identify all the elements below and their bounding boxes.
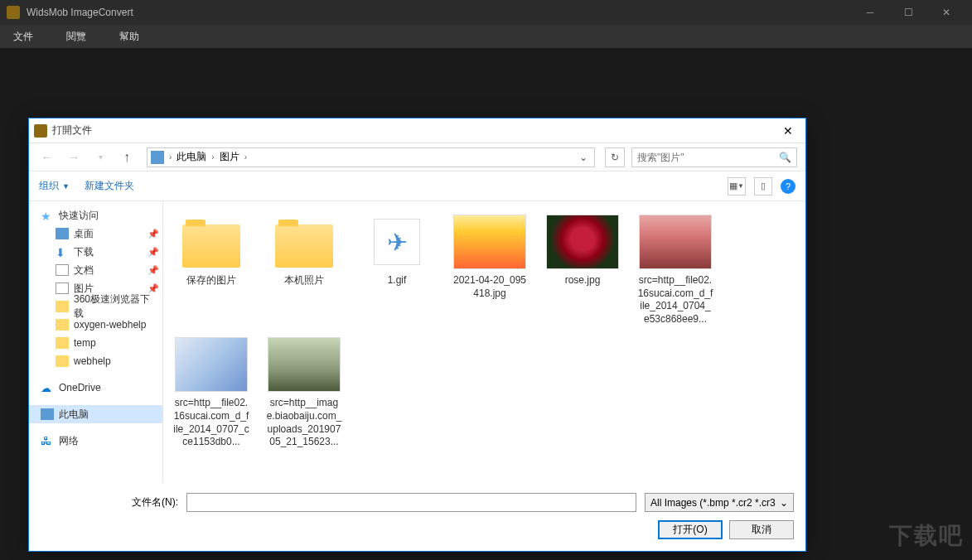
watermark: 下载吧 [889, 520, 964, 552]
filename-input[interactable] [186, 493, 636, 512]
chevron-right-icon: › [211, 152, 214, 162]
app-icon [7, 6, 20, 19]
file-item[interactable]: src=http__file02.16sucai.com_d_file_2014… [634, 211, 717, 329]
dialog-icon [34, 124, 47, 138]
search-box[interactable]: 🔍 [631, 147, 797, 167]
image-thumbnail [546, 215, 619, 269]
help-icon[interactable]: ? [781, 179, 795, 194]
breadcrumb-pictures[interactable]: 图片 [216, 148, 243, 166]
titlebar: WidsMob ImageConvert ─ ☐ ✕ [0, 0, 972, 25]
search-input[interactable] [637, 152, 779, 163]
menu-view[interactable]: 閱覽 [60, 27, 93, 47]
breadcrumb[interactable]: › 此电脑 › 图片 › ⌄ [147, 147, 595, 167]
file-name: rose.jpg [565, 274, 601, 287]
pc-icon [41, 408, 54, 420]
file-name: 1.gif [388, 274, 407, 287]
file-area[interactable]: 保存的图片本机照片✈1.gif2021-04-20_095418.jpgrose… [163, 201, 805, 483]
sidebar-thispc[interactable]: 此电脑 [29, 405, 162, 423]
sidebar-desktop[interactable]: 桌面📌 [29, 224, 162, 243]
dialog-title: 打開文件 [52, 123, 776, 138]
dialog-body: ★快速访问 桌面📌 ⬇下载📌 文档📌 图片📌 360极速浏览器下载 oxygen… [29, 201, 805, 483]
file-item[interactable]: 本机照片 [263, 211, 346, 329]
menu-file[interactable]: 文件 [7, 27, 40, 47]
sidebar-folder-webhelp[interactable]: webhelp [29, 352, 162, 370]
folder-icon [275, 224, 333, 268]
breadcrumb-thispc[interactable]: 此电脑 [173, 148, 210, 166]
menubar: 文件 閱覽 幫助 [0, 25, 972, 48]
nav-forward-button[interactable]: → [64, 147, 84, 167]
document-icon [56, 264, 69, 276]
file-name: 本机照片 [284, 274, 324, 287]
minimize-button[interactable]: ─ [851, 0, 889, 25]
sidebar-onedrive[interactable]: ☁OneDrive [29, 379, 162, 397]
main-content: 下载吧 打開文件 ✕ ← → ▾ ↑ › 此电脑 › 图片 › ⌄ [0, 48, 972, 560]
sidebar-folder-oxygen[interactable]: oxygen-webhelp [29, 316, 162, 334]
sidebar-network[interactable]: 🖧网络 [29, 432, 162, 450]
cancel-button[interactable]: 取消 [729, 520, 794, 539]
window-controls: ─ ☐ ✕ [851, 0, 965, 25]
dialog-toolbar: 组织 ▼ 新建文件夹 ▦ ▼ ▯ ? [29, 171, 805, 201]
folder-icon [182, 224, 240, 268]
open-button[interactable]: 打开(O) [658, 520, 723, 539]
filename-label: 文件名(N): [132, 495, 178, 509]
chevron-right-icon: › [244, 152, 247, 162]
monitor-icon [56, 228, 69, 239]
file-item[interactable]: rose.jpg [541, 211, 624, 329]
filetype-filter[interactable]: All Images (*.bmp *.cr2 *.cr3⌄ [645, 493, 794, 512]
pin-icon: 📌 [147, 265, 159, 276]
sidebar: ★快速访问 桌面📌 ⬇下载📌 文档📌 图片📌 360极速浏览器下载 oxygen… [29, 201, 163, 483]
nav-back-button[interactable]: ← [37, 147, 57, 167]
dialog-close-button[interactable]: ✕ [776, 122, 800, 140]
file-item[interactable]: src=http__image.biaobaiju.com_uploads_20… [263, 334, 346, 451]
main-window: WidsMob ImageConvert ─ ☐ ✕ 文件 閱覽 幫助 下载吧 … [0, 0, 972, 560]
file-name: 2021-04-20_095418.jpg [452, 274, 528, 300]
dialog-navbar: ← → ▾ ↑ › 此电脑 › 图片 › ⌄ ↻ 🔍 [29, 143, 805, 171]
file-name: 保存的图片 [186, 274, 236, 287]
folder-icon [56, 337, 69, 349]
file-item[interactable]: 2021-04-20_095418.jpg [448, 211, 531, 329]
organize-button[interactable]: 组织 ▼ [39, 179, 70, 193]
star-icon: ★ [41, 210, 54, 221]
breadcrumb-dropdown[interactable]: ⌄ [576, 152, 591, 163]
file-item[interactable]: 保存的图片 [170, 211, 253, 329]
network-icon: 🖧 [41, 435, 54, 447]
image-thumbnail [453, 215, 526, 269]
dialog-footer: 文件名(N): All Images (*.bmp *.cr2 *.cr3⌄ 打… [29, 483, 805, 551]
file-item[interactable]: ✈1.gif [355, 211, 438, 329]
search-icon[interactable]: 🔍 [779, 152, 791, 163]
file-name: src=http__file02.16sucai.com_d_file_2014… [173, 397, 249, 448]
sidebar-documents[interactable]: 文档📌 [29, 261, 162, 279]
nav-recent-button[interactable]: ▾ [90, 147, 110, 167]
image-icon: ✈ [374, 219, 420, 265]
menu-help[interactable]: 幫助 [113, 27, 146, 47]
breadcrumb-pc-icon [151, 151, 164, 164]
download-icon: ⬇ [56, 246, 69, 258]
folder-icon [56, 355, 69, 367]
file-name: src=http__file02.16sucai.com_d_file_2014… [637, 274, 713, 326]
folder-icon [56, 301, 69, 312]
sidebar-downloads[interactable]: ⬇下载📌 [29, 243, 162, 261]
file-name: src=http__image.biaobaiju.com_uploads_20… [266, 397, 342, 448]
sidebar-folder-temp[interactable]: temp [29, 334, 162, 352]
preview-pane-button[interactable]: ▯ [754, 177, 772, 196]
refresh-button[interactable]: ↻ [605, 147, 625, 167]
picture-icon [56, 282, 69, 294]
sidebar-quick-access[interactable]: ★快速访问 [29, 206, 162, 224]
sidebar-folder-360[interactable]: 360极速浏览器下载 [29, 297, 162, 316]
dialog-titlebar: 打開文件 ✕ [29, 118, 805, 143]
open-file-dialog: 打開文件 ✕ ← → ▾ ↑ › 此电脑 › 图片 › ⌄ ↻ [29, 118, 805, 551]
image-thumbnail [639, 215, 712, 269]
new-folder-button[interactable]: 新建文件夹 [85, 179, 134, 193]
close-button[interactable]: ✕ [927, 0, 965, 25]
image-thumbnail [175, 337, 248, 392]
nav-up-button[interactable]: ↑ [117, 147, 137, 167]
file-item[interactable]: src=http__file02.16sucai.com_d_file_2014… [170, 334, 253, 451]
folder-icon [56, 319, 69, 331]
app-title: WidsMob ImageConvert [27, 7, 851, 18]
maximize-button[interactable]: ☐ [889, 0, 927, 25]
pin-icon: 📌 [147, 247, 159, 258]
cloud-icon: ☁ [41, 382, 54, 393]
image-thumbnail [268, 337, 341, 392]
chevron-right-icon: › [169, 152, 172, 162]
view-mode-button[interactable]: ▦ ▼ [728, 177, 746, 196]
